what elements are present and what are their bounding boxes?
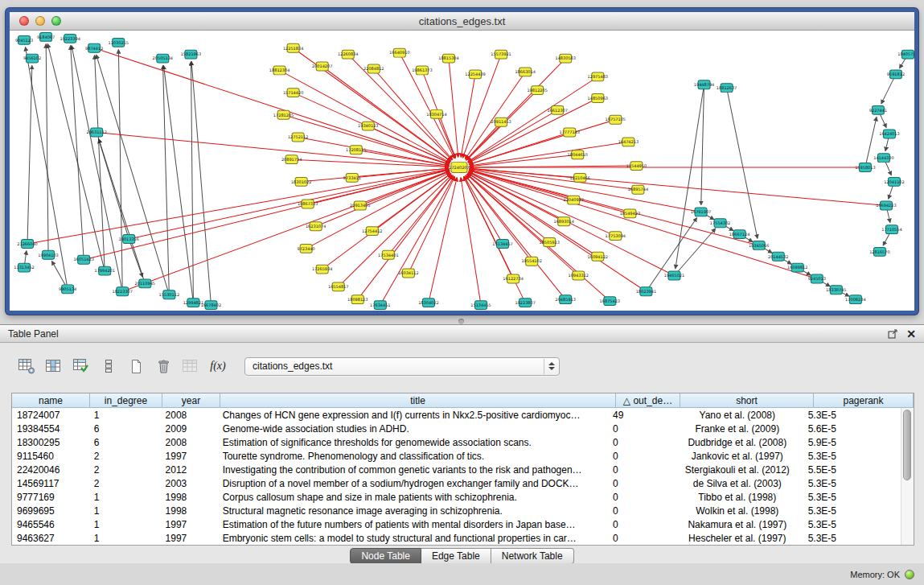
graph-node[interactable]: 16678402 [201, 301, 221, 310]
window-titlebar[interactable]: citations_edges.txt [10, 12, 914, 31]
graph-node[interactable]: 9591812 [887, 70, 905, 79]
graph-node[interactable]: 12251834 [283, 43, 303, 52]
table-row[interactable]: 1830029562008Estimation of significance … [12, 435, 901, 449]
table-cell[interactable]: 0 [608, 423, 671, 435]
graph-node[interactable]: 9045123 [15, 35, 33, 44]
table-cell[interactable]: Corpus callosum shape and size in male p… [218, 492, 608, 503]
column-header[interactable]: pagerank [814, 393, 914, 408]
graph-edge[interactable] [129, 170, 449, 239]
graph-edge[interactable] [306, 172, 450, 249]
graph-node[interactable]: 12975483 [588, 72, 608, 81]
table-cell[interactable]: 9463627 [12, 533, 89, 544]
graph-edge[interactable] [292, 159, 449, 167]
graph-node[interactable]: 15958013 [855, 163, 875, 172]
show-columns-icon[interactable] [42, 355, 66, 377]
graph-node[interactable]: 9874412 [85, 43, 103, 52]
graph-node[interactable]: 17265934 [312, 265, 332, 274]
graph-node[interactable]: 12260834 [338, 50, 358, 59]
table-cell[interactable]: Hescheler et al. (1997) [671, 533, 803, 544]
graph-node[interactable]: 18757105 [606, 115, 626, 124]
table-cell[interactable]: 0 [608, 451, 671, 462]
graph-node[interactable]: 18098123 [347, 295, 368, 304]
graph-node[interactable]: 19223807 [515, 299, 535, 307]
graph-node[interactable]: 19904103 [38, 250, 58, 259]
tab-network-table[interactable]: Network Table [491, 548, 574, 564]
table-cell[interactable]: 0 [608, 478, 671, 489]
graph-node[interactable]: 19554102 [521, 257, 541, 266]
graph-node[interactable]: 12254439 [465, 70, 485, 79]
table-cell[interactable]: 1997 [161, 533, 218, 544]
graph-node[interactable]: 16612307 [547, 105, 567, 114]
table-cell[interactable]: 2003 [161, 478, 218, 489]
graph-node[interactable]: 9184067 [37, 32, 55, 41]
graph-edge[interactable] [316, 171, 450, 226]
graph-node[interactable]: 16094122 [588, 252, 608, 261]
table-cell[interactable]: 9465546 [12, 519, 89, 530]
graph-node[interactable]: 16474213 [618, 138, 639, 146]
graph-edge[interactable] [94, 48, 449, 164]
graph-node[interactable]: 18405713 [897, 50, 914, 59]
graph-node[interactable]: 12754412 [362, 227, 382, 236]
table-cell[interactable]: 2008 [161, 437, 218, 448]
table-cell[interactable]: 5.3E-5 [803, 410, 901, 421]
graph-hub-node[interactable]: 17240207 [449, 163, 469, 173]
tab-node-table[interactable]: Node Table [350, 548, 421, 564]
graph-node[interactable]: 10943312 [569, 271, 589, 280]
table-cell[interactable]: 2 [89, 451, 161, 462]
table-cell[interactable]: 1 [89, 505, 161, 517]
graph-node[interactable]: 20485913 [555, 295, 575, 304]
graph-node[interactable]: 15134455 [470, 301, 491, 310]
graph-node[interactable]: 22040937 [564, 196, 584, 204]
table-cell[interactable]: 5.9E-5 [803, 437, 901, 448]
graph-node[interactable]: 16051423 [73, 255, 93, 264]
graph-node[interactable]: 11313452 [14, 263, 34, 272]
graph-edge[interactable] [646, 218, 696, 292]
graph-node[interactable]: 18505923 [539, 238, 559, 247]
table-cell[interactable]: 0 [608, 437, 671, 448]
table-cell[interactable]: Disruption of a novel member of a sodium… [218, 478, 608, 489]
graph-node[interactable]: 17554302 [710, 219, 730, 228]
graph-node[interactable]: 9905134 [59, 285, 76, 294]
graph-node[interactable]: 10223394 [60, 34, 80, 43]
table-cell[interactable]: 0 [608, 533, 671, 544]
table-cell[interactable]: 2 [89, 464, 161, 476]
graph-edge[interactable] [469, 120, 615, 165]
graph-edge[interactable] [358, 175, 453, 299]
table-cell[interactable]: Tourette syndrome. Phenomenology and cla… [218, 451, 608, 462]
graph-node[interactable]: 17994201 [94, 266, 114, 275]
graph-node[interactable]: 19861373 [412, 66, 432, 75]
close-window-button[interactable] [19, 16, 29, 26]
graph-edge[interactable] [470, 142, 628, 166]
table-cell[interactable]: 2008 [161, 410, 218, 421]
memory-status-indicator[interactable] [905, 570, 914, 579]
float-panel-icon[interactable] [888, 328, 898, 339]
graph-node[interactable]: 17008234 [845, 295, 865, 304]
table-cell[interactable]: Estimation of the future numbers of pati… [218, 519, 608, 530]
graph-node[interactable]: 18549423 [620, 209, 640, 218]
graph-edge[interactable] [676, 84, 704, 268]
graph-node[interactable]: 14144330 [873, 154, 893, 163]
edit-table-icon[interactable] [69, 355, 93, 377]
table-cell[interactable]: 1 [89, 519, 161, 530]
graph-edge[interactable] [46, 44, 48, 255]
graph-node[interactable]: 17634451 [370, 301, 390, 310]
graph-node[interactable]: 18812637 [717, 84, 737, 93]
graph-node[interactable]: 18815304 [438, 54, 458, 63]
graph-node[interactable]: 20911453 [491, 117, 511, 126]
graph-node[interactable]: 18667124 [729, 230, 749, 239]
new-table-icon[interactable] [14, 355, 39, 377]
graph-node[interactable]: 22084812 [363, 64, 384, 73]
graph-edge[interactable] [27, 65, 32, 243]
graph-node[interactable]: 19812205 [527, 86, 547, 95]
graph-node[interactable]: 15821963 [181, 50, 201, 59]
graph-node[interactable]: 15530112 [159, 290, 179, 299]
graph-node[interactable]: 9245013 [808, 274, 826, 283]
table-cell[interactable]: Jankovic et al. (1997) [671, 451, 803, 462]
graph-edge[interactable] [461, 178, 481, 305]
table-cell[interactable]: 2009 [161, 423, 218, 435]
table-cell[interactable]: 5.3E-5 [803, 519, 901, 530]
table-cell[interactable]: 1 [89, 533, 161, 544]
graph-edge[interactable] [467, 175, 610, 302]
graph-node[interactable]: 11030255 [109, 38, 129, 47]
graph-node[interactable]: 18023941 [636, 287, 656, 296]
